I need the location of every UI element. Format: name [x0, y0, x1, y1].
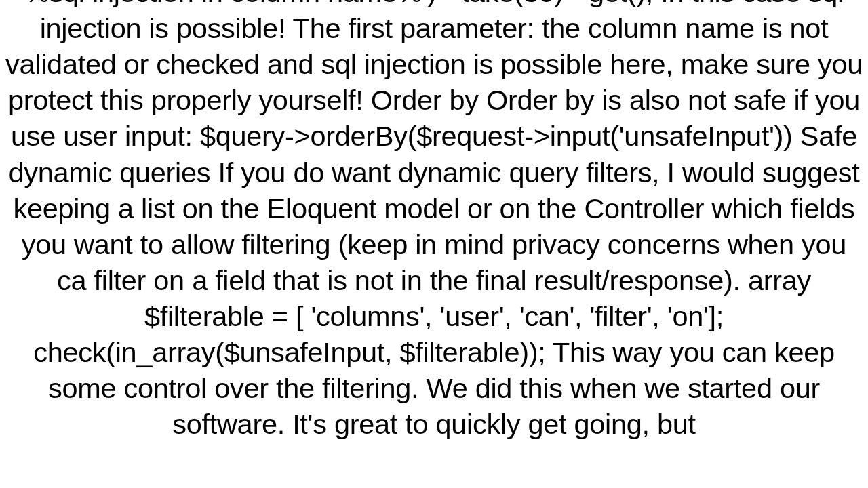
- body-text: %sql injection in column name%')->take(3…: [5, 0, 863, 440]
- document-body: %sql injection in column name%')->take(3…: [0, 0, 868, 442]
